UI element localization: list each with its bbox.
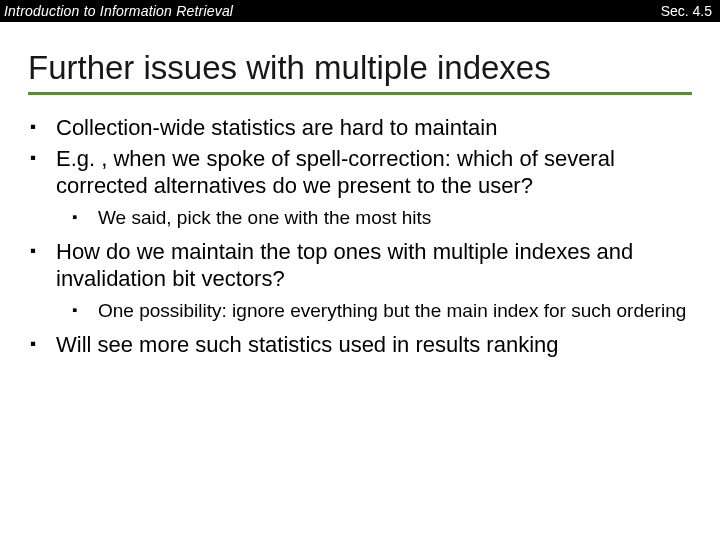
content-area: ▪ Collection-wide statistics are hard to… — [0, 101, 720, 358]
list-item: ▪ Collection-wide statistics are hard to… — [28, 115, 692, 142]
bullet-text: How do we maintain the top ones with mul… — [56, 239, 692, 293]
bullet-text: E.g. , when we spoke of spell-correction… — [56, 146, 692, 200]
slide-title: Further issues with multiple indexes — [28, 50, 692, 86]
header-bar: Introduction to Information Retrieval Se… — [0, 0, 720, 22]
section-label: Sec. 4.5 — [661, 3, 712, 19]
list-item: ▪ We said, pick the one with the most hi… — [28, 206, 692, 229]
title-block: Further issues with multiple indexes — [0, 22, 720, 101]
bullet-text: Will see more such statistics used in re… — [56, 332, 692, 359]
bullet-icon: ▪ — [28, 239, 56, 293]
bullet-text: One possibility: ignore everything but t… — [98, 299, 692, 322]
bullet-icon: ▪ — [28, 115, 56, 142]
bullet-text: We said, pick the one with the most hits — [98, 206, 692, 229]
bullet-text: Collection-wide statistics are hard to m… — [56, 115, 692, 142]
list-item: ▪ How do we maintain the top ones with m… — [28, 239, 692, 293]
bullet-icon: ▪ — [28, 332, 56, 359]
bullet-icon: ▪ — [72, 299, 98, 322]
course-label: Introduction to Information Retrieval — [4, 3, 233, 19]
bullet-icon: ▪ — [72, 206, 98, 229]
list-item: ▪ One possibility: ignore everything but… — [28, 299, 692, 322]
bullet-icon: ▪ — [28, 146, 56, 200]
title-underline — [28, 92, 692, 95]
list-item: ▪ Will see more such statistics used in … — [28, 332, 692, 359]
list-item: ▪ E.g. , when we spoke of spell-correcti… — [28, 146, 692, 200]
